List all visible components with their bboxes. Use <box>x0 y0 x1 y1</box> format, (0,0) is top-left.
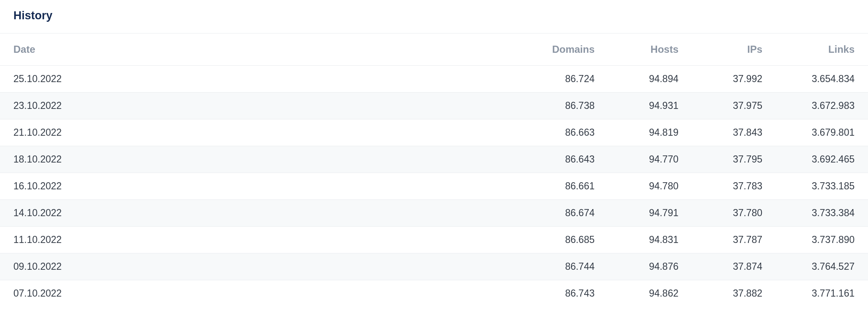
cell-hosts: 94.894 <box>608 66 692 93</box>
cell-hosts: 94.862 <box>608 280 692 307</box>
cell-hosts: 94.791 <box>608 200 692 227</box>
cell-domains: 86.724 <box>524 66 608 93</box>
table-row[interactable]: 23.10.202286.73894.93137.9753.672.983 <box>0 93 868 119</box>
cell-domains: 86.674 <box>524 200 608 227</box>
cell-date: 09.10.2022 <box>0 253 524 280</box>
panel-header: History <box>0 0 868 34</box>
history-panel: History Date Domains Hosts IPs Links 25.… <box>0 0 868 307</box>
cell-ips: 37.795 <box>692 146 776 173</box>
col-header-date[interactable]: Date <box>0 34 524 66</box>
cell-domains: 86.743 <box>524 280 608 307</box>
cell-links: 3.764.527 <box>776 253 868 280</box>
cell-date: 25.10.2022 <box>0 66 524 93</box>
cell-date: 14.10.2022 <box>0 200 524 227</box>
cell-links: 3.771.161 <box>776 280 868 307</box>
table-row[interactable]: 25.10.202286.72494.89437.9923.654.834 <box>0 66 868 93</box>
cell-ips: 37.783 <box>692 173 776 200</box>
col-header-domains[interactable]: Domains <box>524 34 608 66</box>
cell-date: 18.10.2022 <box>0 146 524 173</box>
cell-domains: 86.685 <box>524 227 608 253</box>
cell-date: 23.10.2022 <box>0 93 524 119</box>
cell-ips: 37.992 <box>692 66 776 93</box>
cell-ips: 37.780 <box>692 200 776 227</box>
col-header-links[interactable]: Links <box>776 34 868 66</box>
history-table: Date Domains Hosts IPs Links 25.10.20228… <box>0 34 868 307</box>
cell-hosts: 94.931 <box>608 93 692 119</box>
cell-ips: 37.787 <box>692 227 776 253</box>
table-row[interactable]: 16.10.202286.66194.78037.7833.733.185 <box>0 173 868 200</box>
panel-title: History <box>13 9 855 22</box>
cell-date: 11.10.2022 <box>0 227 524 253</box>
cell-links: 3.733.185 <box>776 173 868 200</box>
table-row[interactable]: 09.10.202286.74494.87637.8743.764.527 <box>0 253 868 280</box>
cell-domains: 86.738 <box>524 93 608 119</box>
cell-ips: 37.882 <box>692 280 776 307</box>
table-row[interactable]: 21.10.202286.66394.81937.8433.679.801 <box>0 119 868 146</box>
cell-date: 07.10.2022 <box>0 280 524 307</box>
cell-links: 3.672.983 <box>776 93 868 119</box>
table-header-row: Date Domains Hosts IPs Links <box>0 34 868 66</box>
cell-hosts: 94.831 <box>608 227 692 253</box>
cell-domains: 86.661 <box>524 173 608 200</box>
table-row[interactable]: 14.10.202286.67494.79137.7803.733.384 <box>0 200 868 227</box>
cell-links: 3.733.384 <box>776 200 868 227</box>
cell-links: 3.679.801 <box>776 119 868 146</box>
cell-links: 3.692.465 <box>776 146 868 173</box>
cell-ips: 37.975 <box>692 93 776 119</box>
cell-ips: 37.874 <box>692 253 776 280</box>
col-header-ips[interactable]: IPs <box>692 34 776 66</box>
table-row[interactable]: 18.10.202286.64394.77037.7953.692.465 <box>0 146 868 173</box>
cell-ips: 37.843 <box>692 119 776 146</box>
col-header-hosts[interactable]: Hosts <box>608 34 692 66</box>
table-row[interactable]: 07.10.202286.74394.86237.8823.771.161 <box>0 280 868 307</box>
cell-hosts: 94.819 <box>608 119 692 146</box>
cell-domains: 86.744 <box>524 253 608 280</box>
cell-date: 21.10.2022 <box>0 119 524 146</box>
cell-hosts: 94.780 <box>608 173 692 200</box>
cell-domains: 86.663 <box>524 119 608 146</box>
cell-hosts: 94.876 <box>608 253 692 280</box>
cell-links: 3.737.890 <box>776 227 868 253</box>
cell-hosts: 94.770 <box>608 146 692 173</box>
cell-links: 3.654.834 <box>776 66 868 93</box>
cell-date: 16.10.2022 <box>0 173 524 200</box>
table-row[interactable]: 11.10.202286.68594.83137.7873.737.890 <box>0 227 868 253</box>
cell-domains: 86.643 <box>524 146 608 173</box>
